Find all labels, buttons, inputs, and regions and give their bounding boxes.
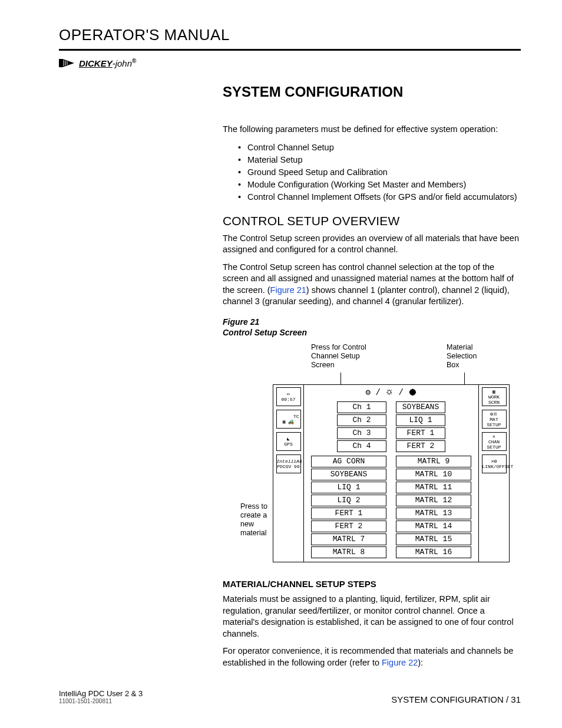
gps-icon: ◣GPS — [276, 432, 301, 451]
figure-21-link[interactable]: Figure 21 — [270, 285, 306, 295]
mat-setup-button[interactable]: ⚙⛭MAT SETUP — [482, 410, 507, 429]
overview-p2: The Control Setup screen has control cha… — [223, 262, 521, 308]
material-button[interactable]: MATRL 7 — [311, 533, 386, 545]
list-item: Material Setup — [240, 154, 521, 166]
materials-grid: AG CORNMATRL 9 SOYBEANSMATRL 10 LIQ 1MAT… — [308, 456, 475, 558]
device-right-panel: ▦WORK SCRN ⚙⛭MAT SETUP ✕CHAN SETUP ✕⚙LIN… — [478, 385, 509, 562]
material-button[interactable]: MATRL 12 — [396, 495, 471, 506]
material-button[interactable]: SOYBEANS — [311, 469, 386, 480]
page-title: OPERATOR'S MANUAL — [59, 26, 521, 44]
footer-product: IntelliAg PDC User 2 & 3 — [59, 689, 143, 698]
list-item: Control Channel Implement Offsets (for G… — [240, 191, 521, 203]
page-footer: IntelliAg PDC User 2 & 3 11001-1501-2008… — [59, 689, 521, 704]
material-button[interactable]: MATRL 8 — [311, 546, 386, 558]
material-button[interactable]: FERT 1 — [311, 508, 386, 519]
intro-paragraph: The following parameters must be defined… — [223, 124, 521, 136]
channel-button[interactable]: Ch 4 — [337, 440, 386, 452]
material-button[interactable]: MATRL 14 — [396, 521, 471, 532]
figure-label: Figure 21 — [223, 317, 521, 327]
steps-heading: MATERIAL/CHANNEL SETUP STEPS — [223, 579, 521, 589]
figure-caption: Control Setup Screen — [223, 328, 521, 337]
figure-22-link[interactable]: Figure 22 — [382, 658, 418, 667]
dickey-john-logo-icon — [59, 57, 75, 70]
title-rule — [59, 49, 521, 51]
tractor-icon: TC▣ 🚜 — [276, 410, 301, 429]
material-button[interactable]: MATRL 13 — [396, 508, 471, 519]
figure-21: Press for Control Channel Setup Screen M… — [223, 343, 521, 567]
header-icons-icon: ⚙ / ⛭ / ⬤ — [304, 387, 478, 397]
list-item: Ground Speed Setup and Calibration — [240, 166, 521, 179]
list-item: Control Channel Setup — [240, 141, 521, 154]
material-select[interactable]: FERT 2 — [396, 440, 445, 452]
chan-setup-button[interactable]: ✕CHAN SETUP — [482, 432, 507, 451]
overview-heading: CONTROL SETUP OVERVIEW — [223, 214, 521, 228]
material-select[interactable]: SOYBEANS — [396, 401, 445, 413]
channel-button[interactable]: Ch 1 — [337, 401, 386, 413]
material-button[interactable]: LIQ 2 — [311, 495, 386, 506]
material-select[interactable]: LIQ 1 — [396, 414, 445, 426]
material-button[interactable]: MATRL 11 — [396, 482, 471, 493]
material-button[interactable]: LIQ 1 — [311, 482, 386, 493]
text: For operator convenience, it is recommen… — [223, 646, 513, 667]
device-left-panel: ▭09:57 TC▣ 🚜 ◣GPS IntelliAGPDCGV 99 — [273, 385, 304, 562]
material-button[interactable]: MATRL 10 — [396, 469, 471, 480]
footer-section-page: SYSTEM CONFIGURATION / 31 — [391, 694, 521, 704]
channel-button[interactable]: Ch 3 — [337, 427, 386, 439]
overview-p1: The Control Setup screen provides an ove… — [223, 233, 521, 256]
brand-row: DICKEY-john® — [59, 57, 521, 70]
channel-button[interactable]: Ch 2 — [337, 414, 386, 426]
work-screen-button[interactable]: ▦WORK SCRN — [482, 387, 507, 406]
brand-text: DICKEY-john® — [79, 58, 136, 68]
clock-icon: ▭09:57 — [276, 387, 301, 406]
text: ): — [418, 658, 423, 667]
material-select[interactable]: FERT 1 — [396, 427, 445, 439]
steps-p2: For operator convenience, it is recommen… — [223, 645, 521, 668]
svg-rect-0 — [59, 59, 62, 67]
channel-block: Ch 1SOYBEANS Ch 2LIQ 1 Ch 3FERT 1 Ch 4FE… — [308, 401, 475, 452]
footer-docnum: 11001-1501-200811 — [59, 698, 143, 704]
callout-press-channel: Press for Control Channel Setup Screen — [311, 343, 376, 370]
list-item: Module Configuration (Working Set Master… — [240, 179, 521, 191]
section-heading: SYSTEM CONFIGURATION — [223, 84, 521, 100]
material-button[interactable]: MATRL 16 — [396, 546, 471, 558]
steps-p1: Materials must be assigned to a planting… — [223, 594, 521, 640]
callout-material-box: Material Selection Box — [447, 343, 488, 370]
parameter-list: Control Channel Setup Material Setup Gro… — [223, 141, 521, 203]
material-button[interactable]: AG CORN — [311, 456, 386, 467]
material-button[interactable]: FERT 2 — [311, 521, 386, 532]
link-offset-button[interactable]: ✕⚙LINK/OFFSET — [482, 454, 507, 473]
intelliag-icon: IntelliAGPDCGV 99 — [276, 454, 301, 473]
material-button[interactable]: MATRL 9 — [396, 456, 471, 467]
material-button[interactable]: MATRL 15 — [396, 533, 471, 545]
control-setup-screen: ▭09:57 TC▣ 🚜 ◣GPS IntelliAGPDCGV 99 ⚙ / … — [273, 384, 510, 562]
device-center-panel: ⚙ / ⛭ / ⬤ Ch 1SOYBEANS Ch 2LIQ 1 Ch 3FER… — [304, 385, 478, 562]
